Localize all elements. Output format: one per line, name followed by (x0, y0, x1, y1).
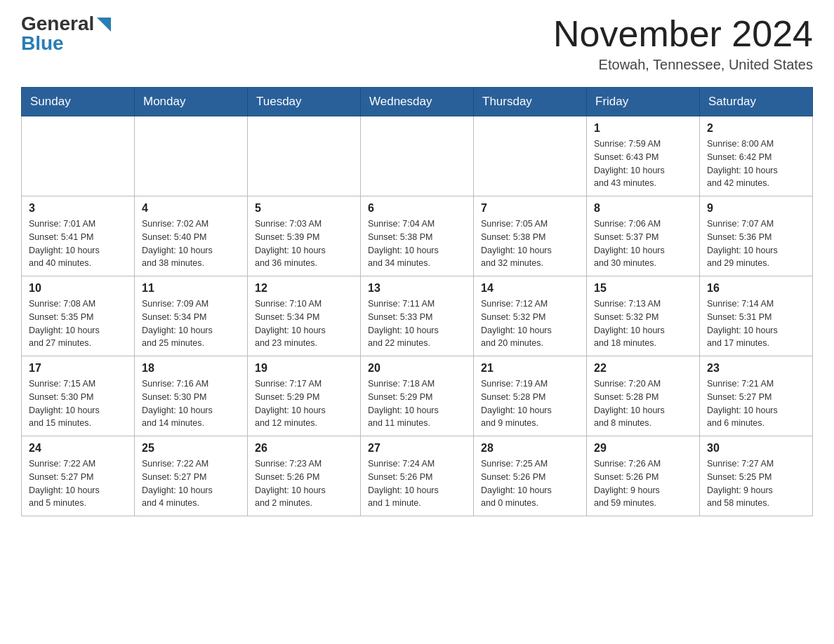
day-info: Sunrise: 7:11 AM Sunset: 5:33 PM Dayligh… (368, 297, 466, 350)
day-number: 4 (142, 202, 240, 215)
day-info: Sunrise: 7:17 AM Sunset: 5:29 PM Dayligh… (255, 377, 353, 430)
page-header: General Blue November 2024 Etowah, Tenne… (21, 14, 813, 73)
day-info: Sunrise: 7:25 AM Sunset: 5:26 PM Dayligh… (481, 457, 579, 510)
calendar-cell (135, 116, 248, 196)
day-number: 10 (29, 282, 127, 295)
day-info: Sunrise: 7:21 AM Sunset: 5:27 PM Dayligh… (707, 377, 805, 430)
day-info: Sunrise: 7:13 AM Sunset: 5:32 PM Dayligh… (594, 297, 692, 350)
calendar-cell: 24Sunrise: 7:22 AM Sunset: 5:27 PM Dayli… (22, 436, 135, 516)
day-number: 9 (707, 202, 805, 215)
day-number: 22 (594, 362, 692, 375)
calendar-cell: 25Sunrise: 7:22 AM Sunset: 5:27 PM Dayli… (135, 436, 248, 516)
day-info: Sunrise: 7:07 AM Sunset: 5:36 PM Dayligh… (707, 217, 805, 270)
calendar-cell: 14Sunrise: 7:12 AM Sunset: 5:32 PM Dayli… (474, 276, 587, 356)
calendar-cell: 1Sunrise: 7:59 AM Sunset: 6:43 PM Daylig… (587, 116, 700, 196)
calendar-cell: 27Sunrise: 7:24 AM Sunset: 5:26 PM Dayli… (361, 436, 474, 516)
calendar-cell: 30Sunrise: 7:27 AM Sunset: 5:25 PM Dayli… (700, 436, 813, 516)
day-number: 17 (29, 362, 127, 375)
calendar-cell: 11Sunrise: 7:09 AM Sunset: 5:34 PM Dayli… (135, 276, 248, 356)
day-number: 24 (29, 442, 127, 455)
day-info: Sunrise: 7:23 AM Sunset: 5:26 PM Dayligh… (255, 457, 353, 510)
logo: General Blue (21, 14, 111, 53)
day-number: 28 (481, 442, 579, 455)
calendar-cell: 15Sunrise: 7:13 AM Sunset: 5:32 PM Dayli… (587, 276, 700, 356)
weekday-header-friday: Friday (587, 88, 700, 116)
calendar-week-2: 3Sunrise: 7:01 AM Sunset: 5:41 PM Daylig… (22, 196, 813, 276)
day-number: 12 (255, 282, 353, 295)
weekday-header-tuesday: Tuesday (248, 88, 361, 116)
calendar-cell: 2Sunrise: 8:00 AM Sunset: 6:42 PM Daylig… (700, 116, 813, 196)
month-title: November 2024 (553, 14, 813, 54)
day-info: Sunrise: 7:02 AM Sunset: 5:40 PM Dayligh… (142, 217, 240, 270)
calendar-cell: 4Sunrise: 7:02 AM Sunset: 5:40 PM Daylig… (135, 196, 248, 276)
calendar-header-row: SundayMondayTuesdayWednesdayThursdayFrid… (22, 88, 813, 116)
calendar-cell: 7Sunrise: 7:05 AM Sunset: 5:38 PM Daylig… (474, 196, 587, 276)
day-number: 6 (368, 202, 466, 215)
calendar-cell (361, 116, 474, 196)
day-info: Sunrise: 7:04 AM Sunset: 5:38 PM Dayligh… (368, 217, 466, 270)
logo-general-text: General (21, 14, 94, 34)
day-number: 25 (142, 442, 240, 455)
day-number: 13 (368, 282, 466, 295)
calendar-cell: 9Sunrise: 7:07 AM Sunset: 5:36 PM Daylig… (700, 196, 813, 276)
day-info: Sunrise: 7:20 AM Sunset: 5:28 PM Dayligh… (594, 377, 692, 430)
day-info: Sunrise: 7:15 AM Sunset: 5:30 PM Dayligh… (29, 377, 127, 430)
calendar-cell: 20Sunrise: 7:18 AM Sunset: 5:29 PM Dayli… (361, 356, 474, 436)
day-number: 1 (594, 122, 692, 135)
day-number: 14 (481, 282, 579, 295)
day-info: Sunrise: 7:12 AM Sunset: 5:32 PM Dayligh… (481, 297, 579, 350)
location-text: Etowah, Tennessee, United States (553, 57, 813, 73)
day-info: Sunrise: 7:10 AM Sunset: 5:34 PM Dayligh… (255, 297, 353, 350)
calendar-cell (248, 116, 361, 196)
weekday-header-thursday: Thursday (474, 88, 587, 116)
day-info: Sunrise: 7:14 AM Sunset: 5:31 PM Dayligh… (707, 297, 805, 350)
day-info: Sunrise: 7:22 AM Sunset: 5:27 PM Dayligh… (142, 457, 240, 510)
day-info: Sunrise: 7:22 AM Sunset: 5:27 PM Dayligh… (29, 457, 127, 510)
day-number: 20 (368, 362, 466, 375)
weekday-header-sunday: Sunday (22, 88, 135, 116)
calendar-cell: 3Sunrise: 7:01 AM Sunset: 5:41 PM Daylig… (22, 196, 135, 276)
day-info: Sunrise: 7:18 AM Sunset: 5:29 PM Dayligh… (368, 377, 466, 430)
calendar-cell (22, 116, 135, 196)
calendar-cell: 16Sunrise: 7:14 AM Sunset: 5:31 PM Dayli… (700, 276, 813, 356)
calendar-cell: 17Sunrise: 7:15 AM Sunset: 5:30 PM Dayli… (22, 356, 135, 436)
weekday-header-monday: Monday (135, 88, 248, 116)
day-info: Sunrise: 7:09 AM Sunset: 5:34 PM Dayligh… (142, 297, 240, 350)
calendar-cell: 21Sunrise: 7:19 AM Sunset: 5:28 PM Dayli… (474, 356, 587, 436)
calendar-cell: 19Sunrise: 7:17 AM Sunset: 5:29 PM Dayli… (248, 356, 361, 436)
calendar-cell: 29Sunrise: 7:26 AM Sunset: 5:26 PM Dayli… (587, 436, 700, 516)
calendar-cell: 6Sunrise: 7:04 AM Sunset: 5:38 PM Daylig… (361, 196, 474, 276)
day-info: Sunrise: 8:00 AM Sunset: 6:42 PM Dayligh… (707, 137, 805, 190)
day-number: 16 (707, 282, 805, 295)
day-number: 11 (142, 282, 240, 295)
calendar-cell: 10Sunrise: 7:08 AM Sunset: 5:35 PM Dayli… (22, 276, 135, 356)
day-info: Sunrise: 7:26 AM Sunset: 5:26 PM Dayligh… (594, 457, 692, 510)
weekday-header-saturday: Saturday (700, 88, 813, 116)
calendar-cell: 5Sunrise: 7:03 AM Sunset: 5:39 PM Daylig… (248, 196, 361, 276)
calendar-week-3: 10Sunrise: 7:08 AM Sunset: 5:35 PM Dayli… (22, 276, 813, 356)
calendar-cell: 28Sunrise: 7:25 AM Sunset: 5:26 PM Dayli… (474, 436, 587, 516)
day-number: 19 (255, 362, 353, 375)
day-info: Sunrise: 7:19 AM Sunset: 5:28 PM Dayligh… (481, 377, 579, 430)
calendar-week-1: 1Sunrise: 7:59 AM Sunset: 6:43 PM Daylig… (22, 116, 813, 196)
day-number: 29 (594, 442, 692, 455)
weekday-header-wednesday: Wednesday (361, 88, 474, 116)
calendar-week-4: 17Sunrise: 7:15 AM Sunset: 5:30 PM Dayli… (22, 356, 813, 436)
day-number: 3 (29, 202, 127, 215)
day-number: 5 (255, 202, 353, 215)
logo-blue-text: Blue (21, 34, 64, 53)
day-info: Sunrise: 7:16 AM Sunset: 5:30 PM Dayligh… (142, 377, 240, 430)
day-number: 7 (481, 202, 579, 215)
day-number: 27 (368, 442, 466, 455)
calendar-table: SundayMondayTuesdayWednesdayThursdayFrid… (21, 87, 813, 516)
calendar-cell: 22Sunrise: 7:20 AM Sunset: 5:28 PM Dayli… (587, 356, 700, 436)
day-info: Sunrise: 7:06 AM Sunset: 5:37 PM Dayligh… (594, 217, 692, 270)
logo-triangle-icon (97, 18, 111, 32)
title-section: November 2024 Etowah, Tennessee, United … (553, 14, 813, 73)
svg-marker-0 (97, 18, 111, 32)
day-info: Sunrise: 7:27 AM Sunset: 5:25 PM Dayligh… (707, 457, 805, 510)
calendar-cell: 13Sunrise: 7:11 AM Sunset: 5:33 PM Dayli… (361, 276, 474, 356)
calendar-cell (474, 116, 587, 196)
day-number: 26 (255, 442, 353, 455)
day-number: 8 (594, 202, 692, 215)
